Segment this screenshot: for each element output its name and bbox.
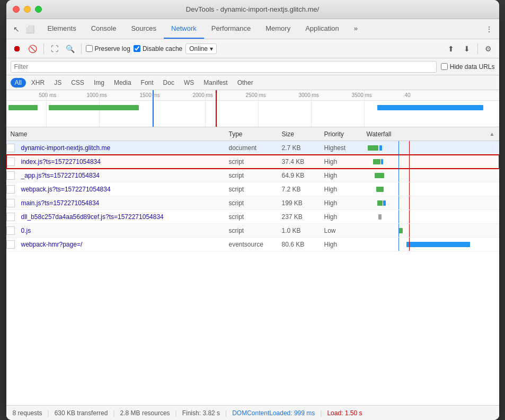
tab-elements[interactable]: Elements — [40, 19, 84, 39]
type-other[interactable]: Other — [233, 78, 258, 88]
more-options-icon[interactable]: ⋮ — [483, 23, 495, 35]
cell-waterfall — [367, 169, 499, 182]
wf-redline — [409, 155, 410, 168]
search-icon[interactable]: 🔍 — [64, 42, 77, 55]
preserve-log-checkbox[interactable]: Preserve log — [86, 45, 130, 52]
wf-bar-gray — [378, 214, 382, 220]
minimize-button[interactable] — [24, 6, 31, 13]
header-priority: Priority — [324, 130, 367, 138]
timeline: 500 ms 1000 ms 1500 ms 2000 ms 2500 ms 3… — [6, 90, 499, 127]
row-checkbox — [6, 144, 17, 152]
type-manifest[interactable]: Manifest — [199, 78, 232, 88]
cell-priority: Highest — [324, 144, 367, 152]
wf-redline — [409, 224, 410, 237]
row-checkbox — [6, 213, 17, 221]
type-doc[interactable]: Doc — [159, 78, 179, 88]
cell-type: script — [229, 199, 282, 207]
row-file-icon — [6, 185, 15, 194]
cell-waterfall — [367, 141, 499, 154]
tab-performance[interactable]: Performance — [204, 19, 258, 39]
cell-type: script — [229, 227, 282, 234]
dom-content-loaded-line — [153, 90, 154, 127]
tab-memory[interactable]: Memory — [258, 19, 298, 39]
divider-3 — [477, 43, 478, 54]
wf-bar-green — [368, 145, 378, 151]
divider-2 — [81, 43, 82, 54]
row-checkbox — [6, 240, 17, 249]
wf-blueline — [398, 238, 399, 251]
cell-priority: High — [324, 158, 367, 165]
type-img[interactable]: Img — [90, 78, 109, 88]
tab-sources[interactable]: Sources — [123, 19, 164, 39]
tab-network[interactable]: Network — [164, 19, 204, 39]
ruler-2000: 2000 ms — [193, 92, 213, 98]
cell-type: document — [229, 144, 282, 152]
status-bar: 8 requests | 630 KB transferred | 2.8 MB… — [6, 405, 499, 420]
row-file-icon — [6, 171, 15, 180]
tab-console[interactable]: Console — [84, 19, 124, 39]
row-checkbox — [6, 199, 17, 207]
record-button[interactable]: ⏺ — [11, 42, 23, 55]
cell-name: main.js?ts=1572271054834 — [17, 199, 229, 207]
type-js[interactable]: JS — [50, 78, 66, 88]
wf-blueline — [398, 182, 399, 196]
maximize-button[interactable] — [35, 6, 42, 13]
cell-waterfall — [367, 224, 499, 237]
hide-data-urls-checkbox[interactable]: Hide data URLs — [441, 63, 495, 71]
import-icon[interactable]: ⬆ — [445, 42, 457, 55]
cursor-icon[interactable]: ↖ — [11, 23, 22, 35]
table-row[interactable]: _app.js?ts=1572271054834 script 64.9 KB … — [6, 169, 499, 182]
row-checkbox — [6, 158, 17, 166]
type-css[interactable]: CSS — [67, 78, 88, 88]
type-font[interactable]: Font — [137, 78, 158, 88]
cell-name: dynamic-import-nextjs.glitch.me — [17, 144, 229, 152]
cell-type: script — [229, 172, 282, 179]
type-all[interactable]: All — [11, 78, 26, 88]
disable-cache-checkbox[interactable]: Disable cache — [134, 45, 182, 52]
export-icon[interactable]: ⬇ — [460, 42, 473, 55]
settings-icon[interactable]: ⚙ — [482, 42, 495, 55]
clear-button[interactable]: 🚫 — [26, 42, 39, 55]
network-table: Name Type Size Priority Waterfall ▲ dyna… — [6, 127, 499, 405]
table-row[interactable]: dll_b58c257da4aa56d89cef.js?ts=157227105… — [6, 210, 499, 224]
tab-application[interactable]: Application — [298, 19, 347, 39]
ruler-3500: 3500 ms — [352, 92, 372, 98]
table-row[interactable]: main.js?ts=1572271054834 script 199 KB H… — [6, 196, 499, 210]
device-icon[interactable]: ⬜ — [24, 23, 36, 35]
filter-input[interactable] — [11, 61, 437, 73]
main-tabs: Elements Console Sources Network Perform… — [40, 19, 483, 39]
table-row[interactable]: index.js?ts=1572271054834 script 37.4 KB… — [6, 155, 499, 169]
ruler-2500: 2500 ms — [246, 92, 266, 98]
cell-type: script — [229, 186, 282, 193]
type-media[interactable]: Media — [110, 78, 136, 88]
status-load: Load: 1.50 s — [327, 409, 362, 417]
cell-waterfall — [367, 238, 499, 251]
divider-1 — [43, 43, 44, 54]
ruler-1500: 1500 ms — [140, 92, 160, 98]
table-row[interactable]: webpack.js?ts=1572271054834 script 7.2 K… — [6, 182, 499, 196]
cell-name: webpack-hmr?page=/ — [17, 241, 229, 248]
header-name: Name — [6, 130, 229, 138]
header-type: Type — [229, 130, 282, 138]
type-xhr[interactable]: XHR — [27, 78, 49, 88]
filter-icon[interactable]: ⛶ — [48, 42, 61, 55]
row-file-icon — [6, 213, 15, 221]
wf-blueline — [398, 141, 399, 154]
wf-blueline — [398, 210, 399, 223]
throttle-dropdown[interactable]: Online ▾ — [185, 43, 217, 54]
table-row[interactable]: dynamic-import-nextjs.glitch.me document… — [6, 141, 499, 155]
tab-more[interactable]: » — [347, 19, 365, 39]
table-row[interactable]: webpack-hmr?page=/ eventsource 80.6 KB H… — [6, 238, 499, 251]
cell-size: 80.6 KB — [282, 241, 324, 248]
toolbar-right: ⬆ ⬇ ⚙ — [445, 42, 495, 55]
cell-type: script — [229, 158, 282, 165]
wf-blueline — [398, 155, 399, 168]
cell-priority: High — [324, 241, 367, 248]
status-finish: Finish: 3.82 s — [182, 409, 220, 417]
type-ws[interactable]: WS — [180, 78, 198, 88]
wf-bar-blue — [381, 159, 383, 164]
table-row[interactable]: 0.js script 1.0 KB Low — [6, 224, 499, 238]
network-toolbar: ⏺ 🚫 ⛶ 🔍 Preserve log Disable cache Onlin… — [6, 39, 499, 58]
close-button[interactable] — [13, 6, 20, 13]
wf-redline — [409, 196, 410, 209]
